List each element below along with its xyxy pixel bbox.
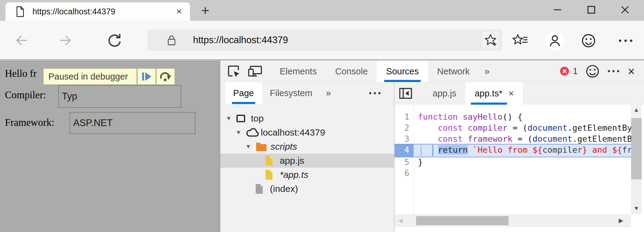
code-token bbox=[463, 123, 468, 133]
code-line-text: } bbox=[414, 157, 631, 168]
dot bbox=[612, 70, 615, 72]
error-count[interactable]: 1 bbox=[573, 66, 578, 76]
vertical-scrollbar-thumb[interactable] bbox=[631, 118, 642, 179]
paused-marker bbox=[432, 145, 434, 156]
horizontal-scrollbar-thumb[interactable] bbox=[416, 216, 509, 225]
window-minimize-button[interactable] bbox=[548, 0, 567, 20]
line-number[interactable]: 1 bbox=[395, 111, 414, 122]
new-tab-button[interactable]: + bbox=[196, 1, 214, 20]
address-bar[interactable]: https://localhost:44379 bbox=[148, 29, 502, 51]
devtools-feedback-smiley-icon[interactable] bbox=[585, 64, 600, 79]
debugger-resume-button[interactable] bbox=[138, 69, 156, 84]
tree-item-appjs[interactable]: app.js bbox=[220, 154, 394, 168]
code-line-4[interactable]: 4 return `Hello from ${compiler} and ${f… bbox=[395, 144, 631, 157]
code-token: framework bbox=[622, 145, 631, 155]
tree-item-localhost44379[interactable]: ▼localhost:44379 bbox=[220, 125, 394, 140]
cloud-icon bbox=[245, 127, 261, 138]
code-editor: 1function sayHello() {2 const compiler =… bbox=[395, 105, 644, 232]
devtools-tab-console[interactable]: Console bbox=[326, 61, 377, 82]
code-token bbox=[418, 123, 438, 133]
navigator-tab-page[interactable]: Page bbox=[225, 82, 262, 104]
add-favorite-star-icon[interactable] bbox=[482, 32, 499, 48]
navigator-header: PageFilesystem » bbox=[220, 82, 394, 104]
more-tabs-chevron[interactable]: » bbox=[484, 66, 490, 77]
editor-tab-appjs[interactable]: app.js bbox=[423, 82, 465, 105]
tab-close-icon[interactable]: × bbox=[176, 2, 182, 20]
url-text[interactable]: https://localhost:44379 bbox=[193, 29, 288, 51]
code-token: `Hello from ${ bbox=[473, 145, 543, 155]
line-number[interactable]: 6 bbox=[395, 168, 414, 179]
devtools-tab-sources[interactable]: Sources bbox=[377, 61, 428, 82]
devtools-menu-ellipsis-icon[interactable] bbox=[608, 70, 619, 72]
code-token bbox=[458, 112, 463, 122]
code-line-1[interactable]: 1function sayHello() { bbox=[395, 111, 631, 122]
tree-expand-arrow-icon[interactable]: ▼ bbox=[226, 115, 236, 122]
navigator-tab-filesystem[interactable]: Filesystem bbox=[262, 82, 320, 104]
compiler-input[interactable] bbox=[58, 85, 181, 108]
horizontal-scrollbar[interactable]: ◀ ▶ bbox=[395, 214, 631, 227]
code-token: document bbox=[528, 123, 567, 133]
code-token bbox=[468, 145, 473, 155]
tree-item-top[interactable]: ▼top bbox=[220, 111, 394, 125]
code-token bbox=[463, 134, 468, 144]
file-yellow-icon bbox=[264, 169, 280, 180]
tree-item-index[interactable]: (index) bbox=[220, 182, 394, 196]
code-token: () { bbox=[502, 112, 522, 122]
navigator-menu-ellipsis-icon[interactable] bbox=[369, 92, 381, 94]
devtools-tab-elements[interactable]: Elements bbox=[271, 61, 326, 82]
vertical-scrollbar[interactable]: ▲ ▼ bbox=[631, 105, 642, 214]
tree-item-label: localhost:44379 bbox=[261, 127, 325, 138]
code-token: framework bbox=[468, 134, 513, 144]
scroll-up-icon[interactable]: ▲ bbox=[631, 107, 642, 113]
tree-item-appts[interactable]: *app.ts bbox=[220, 168, 394, 182]
line-number[interactable]: 3 bbox=[395, 133, 414, 144]
profile-icon[interactable] bbox=[545, 31, 564, 50]
tree-item-scripts[interactable]: ▼scripts bbox=[220, 140, 394, 154]
code-line-2[interactable]: 2 const compiler = (document.getElementB… bbox=[395, 122, 631, 133]
favorites-list-icon[interactable] bbox=[511, 31, 530, 50]
error-badge-icon[interactable] bbox=[559, 64, 570, 79]
compiler-label: Compiler: bbox=[5, 89, 46, 101]
resume-icon bbox=[141, 71, 152, 82]
code-line-5[interactable]: 5} bbox=[395, 157, 631, 168]
framework-input[interactable] bbox=[70, 112, 195, 134]
line-number[interactable]: 2 bbox=[395, 122, 414, 133]
editor-tab-close-icon[interactable]: × bbox=[509, 82, 514, 105]
devtools-close-icon[interactable]: × bbox=[628, 61, 635, 82]
tree-item-label: (index) bbox=[270, 184, 298, 194]
lock-icon bbox=[166, 33, 177, 47]
code-line-6[interactable]: 6 bbox=[395, 168, 631, 179]
navigator-more-tabs-chevron[interactable]: » bbox=[326, 88, 331, 99]
feedback-smiley-icon[interactable] bbox=[579, 31, 598, 50]
code-token: function bbox=[418, 112, 458, 122]
code-token: const bbox=[438, 134, 463, 144]
browser-menu-ellipsis-icon[interactable] bbox=[613, 31, 638, 50]
forward-button[interactable] bbox=[56, 31, 76, 50]
scroll-down-icon[interactable]: ▼ bbox=[631, 205, 642, 212]
navigator-tab-bar: PageFilesystem bbox=[225, 82, 320, 104]
tree-expand-arrow-icon[interactable]: ▼ bbox=[245, 143, 255, 150]
code-line-text bbox=[414, 168, 631, 179]
refresh-button[interactable] bbox=[105, 31, 124, 50]
back-button[interactable] bbox=[11, 31, 31, 50]
device-emulation-icon[interactable] bbox=[248, 64, 263, 79]
hide-navigator-icon[interactable] bbox=[398, 86, 413, 101]
devtools-tab-network[interactable]: Network bbox=[428, 61, 479, 82]
code-token: return bbox=[438, 145, 468, 155]
code-lines[interactable]: 1function sayHello() {2 const compiler =… bbox=[395, 105, 631, 214]
window-close-button[interactable] bbox=[615, 0, 635, 20]
scroll-right-icon[interactable]: ▶ bbox=[619, 214, 623, 227]
hello-text: Hello fr bbox=[5, 68, 37, 79]
line-number[interactable]: 5 bbox=[395, 157, 414, 168]
inspect-element-icon[interactable] bbox=[226, 64, 241, 79]
scroll-left-icon[interactable]: ◀ bbox=[398, 214, 403, 227]
debugger-step-over-button[interactable] bbox=[157, 69, 175, 84]
code-line-3[interactable]: 3 const framework = (document.getElement… bbox=[395, 133, 631, 144]
tree-expand-arrow-icon[interactable]: ▼ bbox=[236, 129, 245, 136]
tree-item-label: app.js bbox=[280, 155, 304, 166]
frame-icon bbox=[236, 113, 251, 124]
browser-tab[interactable]: https://localhost:44379 × bbox=[6, 2, 190, 21]
editor-tab-appts[interactable]: app.ts*× bbox=[465, 82, 523, 105]
window-maximize-button[interactable] bbox=[581, 0, 601, 20]
line-number[interactable]: 4 bbox=[395, 144, 414, 157]
